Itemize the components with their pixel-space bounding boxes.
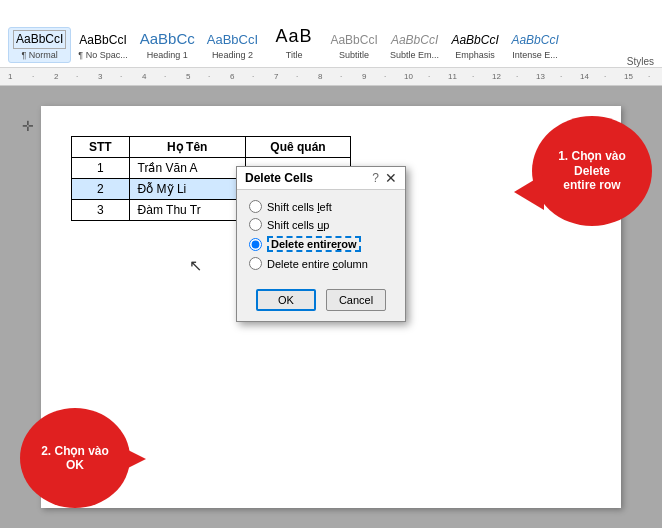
- style-preview-title: AaB: [276, 24, 313, 49]
- table-cell: 3: [72, 200, 130, 221]
- ribbon-style-title[interactable]: AaB Title: [265, 21, 323, 63]
- label-shift-up: Shift cells up: [267, 219, 329, 231]
- dialog-titlebar: Delete Cells ? ✕: [237, 167, 405, 190]
- col-header-hoten: Họ Tên: [129, 137, 245, 158]
- radio-delete-row[interactable]: [249, 238, 262, 251]
- ok-button[interactable]: OK: [256, 289, 316, 311]
- ribbon-style-h2[interactable]: AaBbCcI Heading 2: [202, 28, 263, 63]
- ribbon-style-h1[interactable]: AaBbCc Heading 1: [135, 25, 200, 63]
- mouse-cursor: ↖: [189, 256, 202, 275]
- ruler-content: 1 · 2 · 3 · 4 · 5 · 6 · 7 · 8 · 9 · 10 ·…: [4, 68, 662, 85]
- style-preview-subtleemph: AaBbCcI: [391, 32, 438, 49]
- styles-section-label: Styles: [627, 56, 654, 67]
- ribbon-style-intense[interactable]: AaBbCcI Intense E...: [506, 29, 564, 63]
- style-label-h2: Heading 2: [212, 50, 253, 60]
- table-cell: 2: [72, 179, 130, 200]
- style-label-intense: Intense E...: [512, 50, 558, 60]
- style-label-h1: Heading 1: [147, 50, 188, 60]
- label-shift-left: Shift cells left: [267, 201, 332, 213]
- style-label-normal: ¶ Normal: [22, 50, 58, 60]
- style-preview-emphasis: AaBbCcI: [451, 32, 498, 49]
- cancel-button[interactable]: Cancel: [326, 289, 386, 311]
- style-preview-h2: AaBbCcI: [207, 31, 258, 49]
- style-preview-intense: AaBbCcI: [511, 32, 558, 49]
- style-preview-h1: AaBbCc: [140, 28, 195, 49]
- table-cell: 1: [72, 158, 130, 179]
- style-preview-subtitle: AaBbCcI: [330, 32, 377, 49]
- style-label-emphasis: Emphasis: [455, 50, 495, 60]
- option-delete-row: Delete entire row: [249, 236, 393, 252]
- option-shift-left: Shift cells left: [249, 200, 393, 213]
- document-page: STT Họ Tên Quê quán 1Trần Văn A2Đỗ Mỹ Li…: [41, 106, 621, 508]
- style-label-subtleemph: Subtle Em...: [390, 50, 439, 60]
- label-delete-col: Delete entire column: [267, 258, 368, 270]
- dialog-controls: ? ✕: [372, 171, 397, 185]
- col-header-stt: STT: [72, 137, 130, 158]
- dialog-buttons: OK Cancel: [237, 283, 405, 321]
- move-icon: ✛: [22, 118, 34, 134]
- col-header-quequan: Quê quán: [245, 137, 350, 158]
- ribbon-style-normal[interactable]: AaBbCcI ¶ Normal: [8, 27, 71, 63]
- dialog-body: Shift cells left Shift cells up Delete e…: [237, 190, 405, 283]
- ribbon-style-emphasis[interactable]: AaBbCcI Emphasis: [446, 29, 504, 63]
- style-preview-nospace: AaBbCcI: [79, 32, 126, 49]
- delete-cells-dialog: Delete Cells ? ✕ Shift cells left Shift …: [236, 166, 406, 322]
- ruler: 1 · 2 · 3 · 4 · 5 · 6 · 7 · 8 · 9 · 10 ·…: [0, 68, 662, 86]
- style-label-nospace: ¶ No Spac...: [78, 50, 127, 60]
- radio-shift-left[interactable]: [249, 200, 262, 213]
- dialog-help-button[interactable]: ?: [372, 171, 379, 185]
- style-label-title: Title: [286, 50, 303, 60]
- style-preview-normal: AaBbCcI: [13, 30, 66, 49]
- ribbon-style-subtleemph[interactable]: AaBbCcI Subtle Em...: [385, 29, 444, 63]
- option-shift-up: Shift cells up: [249, 218, 393, 231]
- radio-delete-col[interactable]: [249, 257, 262, 270]
- table-cell: Đàm Thu Tr: [129, 200, 245, 221]
- dialog-close-button[interactable]: ✕: [385, 171, 397, 185]
- ribbon: AaBbCcI ¶ Normal AaBbCcI ¶ No Spac... Aa…: [0, 0, 662, 68]
- style-label-subtitle: Subtitle: [339, 50, 369, 60]
- radio-shift-up[interactable]: [249, 218, 262, 231]
- table-cell: Trần Văn A: [129, 158, 245, 179]
- option-delete-col: Delete entire column: [249, 257, 393, 270]
- table-cell: Đỗ Mỹ Li: [129, 179, 245, 200]
- ribbon-style-subtitle[interactable]: AaBbCcI Subtitle: [325, 29, 383, 63]
- ribbon-style-nospace[interactable]: AaBbCcI ¶ No Spac...: [73, 29, 132, 63]
- main-area: ✛ STT Họ Tên Quê quán 1Trần Văn A2Đỗ Mỹ …: [0, 86, 662, 528]
- dialog-title: Delete Cells: [245, 171, 313, 185]
- label-delete-row: Delete entire row: [267, 236, 361, 252]
